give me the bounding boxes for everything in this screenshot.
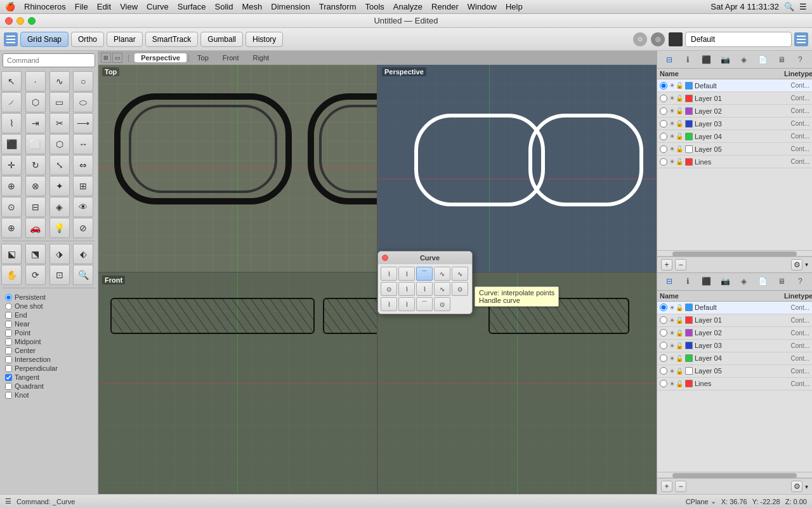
bottom-panel-scrollbar[interactable]	[657, 472, 812, 478]
bottom-layer-lock-lines[interactable]: 🔓	[676, 380, 683, 387]
zoom-tool[interactable]: ⊕	[1, 218, 22, 238]
viewport-rect-icon[interactable]: ▭	[112, 53, 122, 63]
mirror-tool[interactable]: ⇔	[73, 155, 93, 175]
one-shot-radio[interactable]	[5, 303, 12, 310]
center-checkbox[interactable]	[5, 347, 12, 354]
bottom-layer-lock-03[interactable]: 🔓	[676, 342, 683, 349]
curve-tool-btn-11[interactable]: ⌇	[381, 297, 397, 311]
tab-right[interactable]: Right	[246, 53, 275, 62]
layer-lock-icon-04[interactable]: 🔓	[676, 133, 683, 140]
bottom-layer-visible-01[interactable]: ☀	[669, 317, 675, 324]
bottom-layer-radio-lines[interactable]	[660, 380, 667, 387]
bottom-layer-row-04[interactable]: ☀ 🔓 Layer 04 Cont...	[657, 352, 812, 365]
bottom-layer-visible-lines[interactable]: ☀	[669, 380, 675, 387]
panel-tab-notes[interactable]: 📄	[757, 54, 768, 65]
curve-tool-1[interactable]: ∿	[49, 71, 70, 91]
bottom-layer-lock-default[interactable]: 🔓	[676, 304, 683, 311]
add-layer-button-bottom[interactable]: +	[661, 481, 672, 492]
history-button[interactable]: History	[246, 32, 283, 47]
menu-help[interactable]: Help	[506, 2, 523, 11]
mesh-tool[interactable]: ⬡	[49, 134, 70, 154]
menu-tools[interactable]: Tools	[365, 2, 384, 11]
rotate-tool[interactable]: ↻	[25, 155, 46, 175]
curve-tool-btn-5[interactable]: ∿	[452, 267, 468, 281]
menu-icon[interactable]: ☰	[799, 2, 807, 11]
props-tool[interactable]: ◈	[49, 197, 70, 217]
curve-tool-btn-1[interactable]: ⌇	[381, 267, 397, 281]
extra-tool[interactable]: ⊘	[73, 218, 93, 238]
layer-radio-04[interactable]	[660, 133, 667, 140]
left-sidebar-toggle[interactable]	[4, 32, 18, 46]
layer-radio-lines[interactable]	[660, 158, 667, 166]
menu-solid[interactable]: Solid	[215, 2, 233, 11]
bottom-layer-lock-04[interactable]: 🔓	[676, 355, 683, 362]
panel-bottom-tab-render[interactable]: ◈	[738, 276, 750, 287]
bottom-layer-color-default[interactable]	[685, 304, 693, 311]
orbit-tool[interactable]: ⟳	[25, 265, 46, 285]
bottom-layer-row-default[interactable]: ☀ 🔓 Default Cont...	[657, 302, 812, 314]
perpendicular-checkbox[interactable]	[5, 365, 12, 372]
bottom-layer-color-05[interactable]	[685, 367, 693, 375]
quadrant-checkbox[interactable]	[5, 383, 12, 390]
layer-radio-01[interactable]	[660, 95, 667, 102]
layer-visible-icon[interactable]: ☀	[669, 82, 675, 89]
point-checkbox[interactable]	[5, 330, 12, 337]
layer-lock-icon-02[interactable]: 🔓	[676, 107, 683, 114]
color-swatch-icon[interactable]	[669, 32, 683, 46]
scrollbar-thumb-top[interactable]	[672, 251, 796, 257]
bottom-layer-visible-02[interactable]: ☀	[669, 330, 675, 337]
rect-tool[interactable]: ▭	[49, 92, 70, 112]
layer-color-01[interactable]	[685, 95, 693, 102]
minimize-button[interactable]	[16, 17, 24, 25]
tab-top[interactable]: Top	[191, 53, 215, 62]
add-layer-button[interactable]: +	[661, 259, 672, 271]
remove-layer-button[interactable]: −	[675, 259, 686, 271]
layer-settings-button[interactable]: ⚙	[791, 259, 802, 271]
tangent-checkbox[interactable]	[5, 374, 12, 381]
bottom-layer-radio-02[interactable]	[660, 329, 667, 337]
split-tool[interactable]: ⊗	[25, 176, 46, 196]
join-tool[interactable]: ⊕	[1, 176, 22, 196]
layer-selector[interactable]	[685, 32, 792, 47]
cplane-selector[interactable]: CPlane ⌄	[686, 497, 716, 505]
panel-bottom-tab-camera[interactable]: 📷	[719, 276, 731, 287]
bottom-layer-radio-03[interactable]	[660, 342, 667, 349]
layer-row-03[interactable]: ☀ 🔓 Layer 03 Cont...	[657, 117, 812, 130]
scale-tool[interactable]: ⤡	[49, 155, 70, 175]
view-tool-4[interactable]: ⬖	[73, 244, 93, 264]
remove-layer-button-bottom[interactable]: −	[675, 481, 686, 492]
scrollbar-thumb-bottom[interactable]	[672, 473, 796, 478]
view-tool-2[interactable]: ⬔	[25, 244, 46, 264]
layer-row-05[interactable]: ☀ 🔓 Layer 05 Cont...	[657, 143, 812, 156]
panel-tab-display[interactable]: 🖥	[776, 54, 787, 65]
panel-tab-camera[interactable]: 📷	[719, 54, 731, 65]
bottom-layer-visible-03[interactable]: ☀	[669, 342, 675, 349]
menu-file[interactable]: File	[75, 2, 88, 11]
menu-transform[interactable]: Transform	[319, 2, 357, 11]
layer-color-05[interactable]	[685, 145, 693, 153]
panel-tab-props[interactable]: ℹ	[682, 54, 693, 65]
planar-button[interactable]: Planar	[107, 32, 143, 47]
light-tool[interactable]: 💡	[49, 218, 70, 238]
bottom-layer-lock-02[interactable]: 🔓	[676, 330, 683, 337]
layer-visible-icon-02[interactable]: ☀	[669, 107, 675, 114]
layer-lock-icon-05[interactable]: 🔓	[676, 145, 683, 152]
command-input[interactable]	[3, 53, 95, 67]
solid-tool[interactable]: ⬜	[25, 134, 46, 154]
zoom-extents[interactable]: ⊡	[49, 265, 70, 285]
bottom-layer-radio-default[interactable]	[660, 304, 667, 311]
layer-visible-icon-05[interactable]: ☀	[669, 145, 675, 152]
layer-row-04[interactable]: ☀ 🔓 Layer 04 Cont...	[657, 130, 812, 143]
menu-view[interactable]: View	[120, 2, 138, 11]
layer-radio-05[interactable]	[660, 145, 667, 153]
end-checkbox[interactable]	[5, 312, 12, 319]
menu-edit[interactable]: Edit	[97, 2, 111, 11]
menu-surface[interactable]: Surface	[178, 2, 206, 11]
layer-row-02[interactable]: ☀ 🔓 Layer 02 Cont...	[657, 105, 812, 117]
curve-tool-btn-2[interactable]: ⌇	[398, 267, 415, 281]
dim-tool[interactable]: ↔	[73, 134, 93, 154]
viewport-front[interactable]: Front	[98, 273, 377, 494]
ortho-button[interactable]: Ortho	[71, 32, 104, 47]
gumball-button[interactable]: Gumball	[200, 32, 243, 47]
bottom-layer-lock-05[interactable]: 🔓	[676, 368, 683, 375]
